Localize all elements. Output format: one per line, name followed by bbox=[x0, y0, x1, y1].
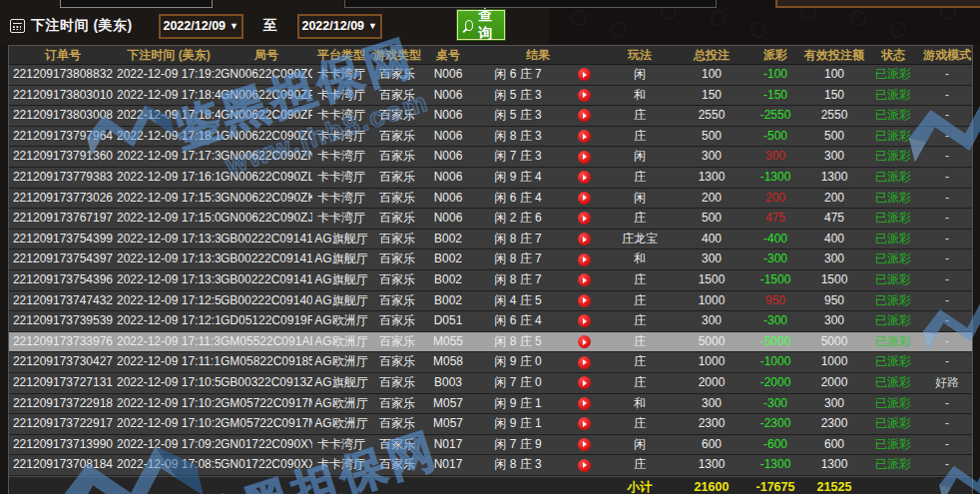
column-header: 派彩 bbox=[747, 46, 803, 64]
table-row[interactable]: 221209173797964 2022-12-09 17:18:14 GN00… bbox=[9, 127, 972, 148]
replay-icon[interactable] bbox=[578, 151, 591, 164]
replay-icon[interactable] bbox=[578, 356, 591, 369]
replay-icon[interactable] bbox=[578, 376, 591, 389]
cell-order-number: 221209173727131 bbox=[9, 373, 117, 393]
table-row[interactable]: 221209173754397 2022-12-09 17:13:37 GB00… bbox=[9, 249, 972, 270]
replay-icon[interactable] bbox=[578, 130, 591, 143]
replay-icon[interactable] bbox=[578, 294, 591, 307]
cell-order-number: 221209173713990 bbox=[9, 435, 117, 455]
table-row[interactable]: 221209173739539 2022-12-09 17:12:10 GD05… bbox=[9, 311, 972, 332]
cell-platform-type: 卡卡湾厅 bbox=[312, 435, 370, 455]
cell-play-type: 和 bbox=[604, 86, 676, 106]
cell-payout: -600 bbox=[747, 435, 803, 455]
cell-total-bet: 2300 bbox=[676, 414, 747, 434]
play-triangle-icon bbox=[583, 195, 587, 201]
cell-order-number: 221209173779383 bbox=[9, 168, 117, 188]
cell-table-number: N006 bbox=[424, 147, 472, 167]
cell-result: 闲 5 庄 3 bbox=[472, 86, 564, 106]
cell-order-number: 221209173754399 bbox=[9, 230, 117, 249]
cell-round-number: GN01722C090XX bbox=[221, 455, 312, 475]
replay-icon[interactable] bbox=[578, 273, 591, 286]
cell-round-number: GD05122C0919R bbox=[221, 311, 312, 331]
query-button-label: 查询 bbox=[477, 7, 494, 43]
cell-valid-bet: 100 bbox=[803, 65, 865, 85]
cell-result: 闲 8 庄 7 bbox=[472, 230, 564, 249]
replay-icon[interactable] bbox=[578, 417, 591, 430]
play-triangle-icon bbox=[583, 113, 587, 119]
cell-replay bbox=[564, 311, 604, 331]
cell-total-bet: 1000 bbox=[676, 352, 747, 372]
table-row[interactable]: 221209173754396 2022-12-09 17:13:37 GB00… bbox=[9, 270, 972, 291]
replay-icon[interactable] bbox=[578, 109, 591, 122]
table-row[interactable]: 221209173733976 2022-12-09 17:11:37 GM05… bbox=[9, 332, 972, 353]
date-to-select[interactable]: 2022/12/09 ▼ bbox=[297, 14, 382, 39]
table-row[interactable]: 221209173773026 2022-12-09 17:15:39 GN00… bbox=[9, 189, 972, 210]
top-filter-bar: 下注时间 (美东) 2022/12/09 ▼ 至 2022/12/09 ▼ 查询 bbox=[0, 0, 980, 44]
replay-icon[interactable] bbox=[578, 192, 591, 205]
cell-result: 闲 8 庄 3 bbox=[472, 455, 564, 475]
cropped-input-field-2[interactable] bbox=[344, 0, 717, 8]
replay-icon[interactable] bbox=[578, 459, 591, 472]
cell-result: 闲 5 庄 3 bbox=[472, 106, 564, 126]
cell-round-number: GN00622C090ZJ bbox=[221, 209, 312, 229]
cell-status: 已派彩 bbox=[865, 311, 921, 331]
cell-total-bet: 1300 bbox=[676, 455, 747, 475]
replay-icon[interactable] bbox=[578, 314, 591, 327]
cell-replay bbox=[564, 373, 604, 393]
replay-icon[interactable] bbox=[578, 68, 591, 81]
cell-replay bbox=[564, 394, 604, 414]
cell-bet-time: 2022-12-09 17:08:51 bbox=[117, 455, 221, 475]
cell-round-number: GN01722C090XY bbox=[221, 435, 312, 455]
table-row[interactable]: 221209173803010 2022-12-09 17:18:46 GN00… bbox=[9, 86, 972, 107]
table-row[interactable]: 221209173722918 2022-12-09 17:10:24 GM05… bbox=[9, 394, 972, 415]
replay-icon[interactable] bbox=[578, 397, 591, 410]
subtotal-valid-bet: 21525 bbox=[803, 477, 865, 494]
table-row[interactable]: 221209173727131 2022-12-09 17:10:52 GB00… bbox=[9, 373, 972, 394]
cell-valid-bet: 200 bbox=[803, 189, 865, 209]
cell-result: 闲 8 庄 7 bbox=[472, 270, 564, 290]
cell-payout: -2000 bbox=[747, 373, 803, 393]
cell-game-mode: - bbox=[921, 189, 973, 209]
replay-icon[interactable] bbox=[578, 233, 591, 246]
table-row[interactable]: 221209173754399 2022-12-09 17:13:37 GB00… bbox=[9, 230, 972, 250]
cell-play-type: 和 bbox=[604, 394, 676, 414]
cell-payout: -400 bbox=[747, 230, 803, 249]
cell-game-type: 百家乐 bbox=[370, 189, 424, 209]
table-row[interactable]: 221209173708184 2022-12-09 17:08:51 GN01… bbox=[9, 455, 972, 476]
replay-icon[interactable] bbox=[578, 212, 591, 225]
cell-platform-type: 卡卡湾厅 bbox=[312, 209, 370, 229]
table-row[interactable]: 221209173808832 2022-12-09 17:19:26 GN00… bbox=[9, 65, 972, 86]
play-triangle-icon bbox=[583, 421, 587, 427]
table-row[interactable]: 221209173713990 2022-12-09 17:09:26 GN01… bbox=[9, 435, 972, 456]
table-row[interactable]: 221209173722917 2022-12-09 17:10:24 GM05… bbox=[9, 414, 972, 435]
cropped-input-field-3[interactable] bbox=[775, 0, 980, 8]
replay-icon[interactable] bbox=[578, 253, 591, 266]
table-row[interactable]: 221209173767197 2022-12-09 17:15:01 GN00… bbox=[9, 209, 972, 230]
cell-replay bbox=[564, 147, 604, 167]
cell-bet-time: 2022-12-09 17:11:13 bbox=[117, 352, 221, 372]
date-from-select[interactable]: 2022/12/09 ▼ bbox=[159, 14, 244, 39]
query-button[interactable]: 查询 bbox=[457, 10, 505, 40]
replay-icon[interactable] bbox=[578, 171, 591, 184]
table-row[interactable]: 221209173747432 2022-12-09 17:12:56 GB00… bbox=[9, 291, 972, 312]
cropped-input-field-1[interactable] bbox=[60, 0, 213, 8]
replay-icon[interactable] bbox=[578, 89, 591, 102]
table-row[interactable]: 221209173803008 2022-12-09 17:18:46 GN00… bbox=[9, 106, 972, 127]
cell-round-number: GN00622C090ZQ bbox=[221, 65, 312, 85]
column-header: 订单号 bbox=[9, 46, 117, 64]
replay-icon[interactable] bbox=[578, 335, 591, 348]
play-triangle-icon bbox=[583, 92, 587, 98]
replay-icon[interactable] bbox=[578, 438, 591, 451]
cell-order-number: 221209173791360 bbox=[9, 147, 117, 167]
cell-round-number: GM05522C091AD bbox=[221, 332, 312, 352]
table-row[interactable]: 221209173791360 2022-12-09 17:17:33 GN00… bbox=[9, 147, 972, 168]
column-header: 玩法 bbox=[604, 46, 676, 64]
cell-order-number: 221209173739539 bbox=[9, 311, 117, 331]
cell-valid-bet: 950 bbox=[803, 291, 865, 311]
chevron-down-icon: ▼ bbox=[368, 22, 377, 31]
cell-status: 已派彩 bbox=[865, 270, 921, 290]
cell-game-mode: - bbox=[921, 106, 973, 126]
table-row[interactable]: 221209173730427 2022-12-09 17:11:13 GM05… bbox=[9, 352, 972, 373]
cell-game-mode: 好路 bbox=[921, 373, 973, 393]
table-row[interactable]: 221209173779383 2022-12-09 17:16:16 GN00… bbox=[9, 168, 972, 189]
